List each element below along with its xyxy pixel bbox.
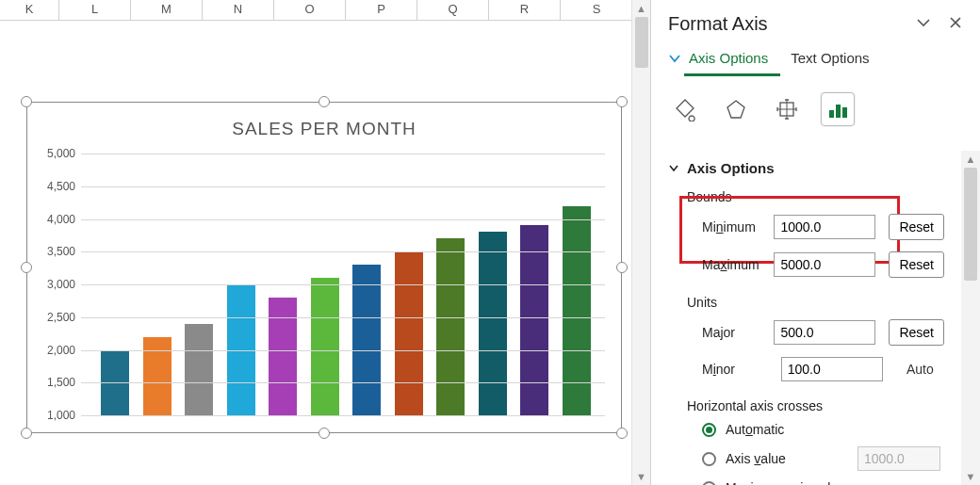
svg-rect-4 bbox=[842, 107, 847, 118]
svg-rect-3 bbox=[836, 105, 841, 118]
radio-icon bbox=[702, 423, 716, 437]
scroll-up-icon[interactable]: ▲ bbox=[632, 0, 650, 17]
chart-gridline bbox=[81, 219, 605, 220]
bounds-label: Bounds bbox=[668, 182, 944, 208]
chart-gridline bbox=[81, 186, 605, 187]
maximum-reset-button[interactable]: Reset bbox=[889, 251, 944, 278]
chart-bar[interactable] bbox=[269, 298, 297, 415]
section-axis-options[interactable]: Axis Options bbox=[668, 154, 944, 182]
tab-underline bbox=[684, 73, 780, 76]
collapse-panel-icon[interactable] bbox=[916, 15, 931, 33]
tab-label: Axis Options bbox=[689, 50, 768, 66]
major-units-input[interactable] bbox=[774, 320, 875, 345]
tab-axis-options[interactable]: Axis Options bbox=[668, 44, 768, 73]
resize-handle[interactable] bbox=[318, 96, 330, 107]
chart-gridline bbox=[81, 251, 605, 252]
minimum-reset-button[interactable]: Reset bbox=[889, 214, 944, 240]
chart-bar[interactable] bbox=[311, 278, 339, 415]
minimum-input[interactable] bbox=[774, 215, 875, 239]
col-header[interactable]: O bbox=[274, 0, 346, 20]
maximum-input[interactable] bbox=[774, 252, 875, 277]
col-header[interactable]: Q bbox=[417, 0, 489, 20]
chart-y-tick-label: 1,500 bbox=[36, 376, 75, 389]
chart-y-tick-label: 2,500 bbox=[36, 311, 75, 324]
chart-bar[interactable] bbox=[395, 251, 423, 415]
radio-label: Automatic bbox=[726, 422, 784, 437]
hcross-max-axis-option[interactable]: Maximum axis value bbox=[668, 476, 944, 485]
chart-y-tick-label: 4,000 bbox=[36, 213, 75, 226]
col-header[interactable]: M bbox=[131, 0, 203, 20]
chart-y-tick-label: 3,000 bbox=[36, 278, 75, 291]
resize-handle[interactable] bbox=[21, 262, 32, 273]
tab-text-options[interactable]: Text Options bbox=[791, 44, 869, 73]
resize-handle[interactable] bbox=[21, 428, 32, 439]
svg-rect-2 bbox=[829, 110, 834, 118]
hcross-label: Horizontal axis crosses bbox=[668, 387, 944, 417]
radio-label: Axis value bbox=[726, 451, 786, 466]
svg-marker-0 bbox=[727, 101, 744, 118]
chart-gridline bbox=[81, 382, 605, 383]
resize-handle[interactable] bbox=[616, 96, 628, 107]
scroll-down-icon[interactable]: ▼ bbox=[961, 468, 980, 485]
chart-y-tick-label: 4,500 bbox=[36, 180, 75, 193]
minor-label: Minor bbox=[702, 362, 768, 377]
size-properties-icon[interactable] bbox=[770, 92, 804, 126]
chart-gridline bbox=[81, 317, 605, 318]
resize-handle[interactable] bbox=[318, 428, 330, 439]
sheet-scrollbar[interactable]: ▲ ▼ bbox=[631, 0, 650, 485]
col-header[interactable]: N bbox=[203, 0, 274, 20]
format-axis-panel: Format Axis Axis Options Text Options bbox=[650, 0, 980, 485]
chart-gridline bbox=[81, 415, 605, 416]
chart-bar[interactable] bbox=[479, 232, 507, 415]
chart-bar[interactable] bbox=[352, 265, 381, 415]
maximum-label: Maximum bbox=[702, 257, 760, 272]
column-headers: K L M N O P Q R S bbox=[0, 0, 650, 21]
chart-y-tick-label: 3,500 bbox=[36, 245, 75, 258]
chart-bar[interactable] bbox=[563, 206, 591, 415]
chevron-down-icon bbox=[668, 163, 679, 174]
resize-handle[interactable] bbox=[21, 96, 32, 107]
radio-icon bbox=[702, 481, 716, 486]
minor-auto-label: Auto bbox=[896, 362, 944, 377]
col-header[interactable]: K bbox=[0, 0, 59, 20]
major-label: Major bbox=[702, 325, 760, 340]
fill-line-icon[interactable] bbox=[668, 92, 702, 126]
chart-gridline bbox=[81, 350, 605, 351]
chart-bar[interactable] bbox=[520, 225, 548, 415]
chart-gridline bbox=[81, 154, 605, 154]
radio-label: Maximum axis value bbox=[726, 480, 845, 485]
section-title: Axis Options bbox=[687, 160, 775, 176]
col-header[interactable]: S bbox=[561, 0, 632, 20]
chart-object[interactable]: SALES PER MONTH 5,0004,5004,0003,5003,00… bbox=[26, 102, 622, 433]
chart-gridline bbox=[81, 284, 605, 285]
panel-scrollbar[interactable]: ▲ ▼ bbox=[961, 151, 980, 485]
chart-plot-area[interactable]: 5,0004,5004,0003,5003,0002,5002,0001,500… bbox=[81, 154, 605, 415]
panel-title: Format Axis bbox=[668, 13, 768, 35]
chart-bar[interactable] bbox=[436, 238, 465, 415]
scroll-thumb[interactable] bbox=[964, 168, 977, 281]
axis-options-icon[interactable] bbox=[821, 92, 855, 126]
close-panel-icon[interactable] bbox=[948, 15, 963, 33]
chart-y-tick-label: 5,000 bbox=[36, 147, 75, 160]
chart-bar[interactable] bbox=[185, 324, 213, 415]
radio-icon bbox=[702, 452, 716, 466]
effects-icon[interactable] bbox=[719, 92, 753, 126]
hcross-automatic-option[interactable]: Automatic bbox=[668, 417, 944, 442]
scroll-up-icon[interactable]: ▲ bbox=[961, 151, 980, 168]
resize-handle[interactable] bbox=[616, 262, 628, 273]
col-header[interactable]: L bbox=[59, 0, 131, 20]
major-reset-button[interactable]: Reset bbox=[889, 319, 944, 346]
scroll-down-icon[interactable]: ▼ bbox=[632, 468, 650, 485]
chart-bar[interactable] bbox=[143, 337, 172, 415]
hcross-axis-value-option[interactable]: Axis value bbox=[668, 442, 944, 476]
col-header[interactable]: P bbox=[346, 0, 417, 20]
tab-label: Text Options bbox=[791, 50, 869, 66]
minor-units-input[interactable] bbox=[781, 357, 883, 381]
resize-handle[interactable] bbox=[616, 428, 628, 439]
chevron-down-icon bbox=[668, 52, 681, 65]
col-header[interactable]: R bbox=[489, 0, 561, 20]
axis-value-input bbox=[858, 446, 940, 471]
units-label: Units bbox=[668, 283, 944, 314]
scroll-thumb[interactable] bbox=[635, 17, 648, 68]
chart-y-tick-label: 2,000 bbox=[36, 344, 75, 357]
